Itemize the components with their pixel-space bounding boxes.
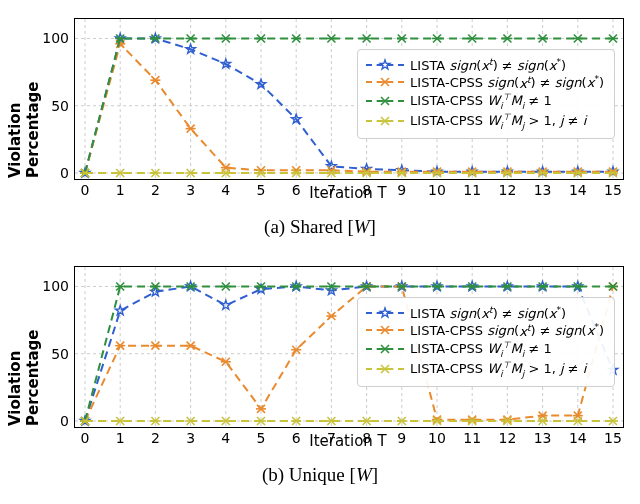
legend-label: LISTA-CPSS Wi⊤Mj > 1, j ≠ i	[410, 112, 586, 131]
y-axis-title: Violation Percentage	[14, 266, 34, 426]
plot-area-a: 0501000123456789101112131415 LISTA sign(…	[74, 18, 624, 180]
svg-text:50: 50	[51, 346, 69, 362]
legend-a: LISTA sign(xt) ≠ sign(x*)LISTA-CPSS sign…	[357, 49, 615, 139]
svg-text:0: 0	[60, 413, 69, 429]
legend-entry: LISTA-CPSS Wi⊤Mj > 1, j ≠ i	[366, 360, 604, 379]
figure: { "chart_data": [ { "id": "a", "type": "…	[0, 0, 640, 504]
svg-marker-198	[380, 60, 390, 69]
chart-panel-a: Violation Percentage 0501000123456789101…	[0, 8, 640, 228]
chart-panel-b: Violation Percentage 0501000123456789101…	[0, 256, 640, 476]
legend-entry: LISTA-CPSS Wi⊤Mj > 1, j ≠ i	[366, 112, 604, 131]
x-axis-title: Iteration T	[74, 184, 622, 202]
legend-entry: LISTA-CPSS sign(xt) ≠ sign(x*)	[366, 74, 604, 90]
legend-entry: LISTA sign(xt) ≠ sign(x*)	[366, 57, 604, 73]
legend-label: LISTA sign(xt) ≠ sign(x*)	[410, 305, 566, 321]
y-axis-title: Violation Percentage	[14, 18, 34, 178]
legend-entry: LISTA-CPSS sign(xt) ≠ sign(x*)	[366, 322, 604, 338]
legend-b: LISTA sign(xt) ≠ sign(x*)LISTA-CPSS sign…	[357, 297, 615, 387]
x-axis-title: Iteration T	[74, 432, 622, 450]
legend-label: LISTA sign(xt) ≠ sign(x*)	[410, 57, 566, 73]
plot-area-b: 0501000123456789101112131415 LISTA sign(…	[74, 266, 624, 428]
legend-entry: LISTA sign(xt) ≠ sign(x*)	[366, 305, 604, 321]
legend-label: LISTA-CPSS Wi⊤Mj > 1, j ≠ i	[410, 360, 586, 379]
caption-b: (b) Unique [W]	[0, 464, 640, 486]
legend-entry: LISTA-CPSS Wi⊤Mi ≠ 1	[366, 92, 604, 111]
legend-label: LISTA-CPSS Wi⊤Mi ≠ 1	[410, 92, 552, 111]
svg-marker-406	[380, 308, 390, 317]
svg-text:0: 0	[60, 165, 69, 181]
legend-label: LISTA-CPSS sign(xt) ≠ sign(x*)	[410, 322, 604, 338]
svg-text:50: 50	[51, 98, 69, 114]
caption-a: (a) Shared [W]	[0, 216, 640, 238]
svg-text:100: 100	[42, 30, 69, 46]
legend-label: LISTA-CPSS sign(xt) ≠ sign(x*)	[410, 74, 604, 90]
legend-entry: LISTA-CPSS Wi⊤Mi ≠ 1	[366, 340, 604, 359]
legend-label: LISTA-CPSS Wi⊤Mi ≠ 1	[410, 340, 552, 359]
svg-text:100: 100	[42, 278, 69, 294]
